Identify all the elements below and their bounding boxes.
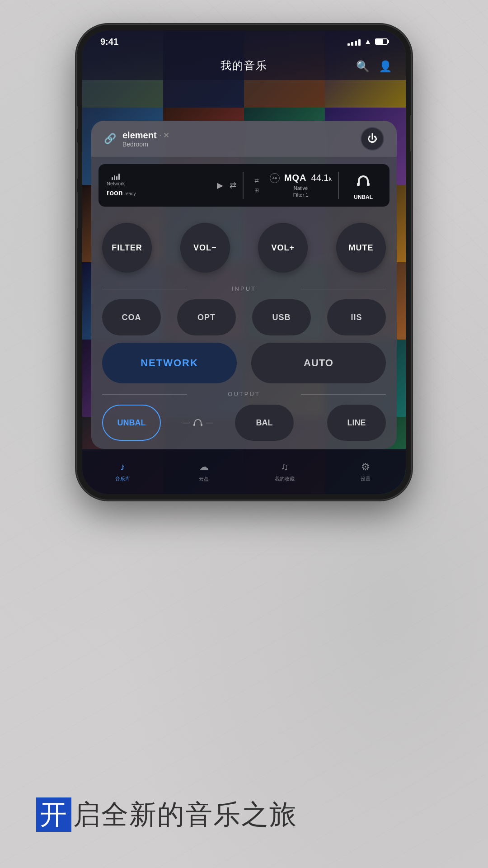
phone-screen: 9:41 ▲ 我的音乐 🔍	[82, 30, 406, 494]
dash-right: —	[206, 419, 213, 427]
app-title: 我的音乐	[221, 58, 267, 73]
favorites-label: 我的收藏	[275, 476, 295, 482]
status-icons: ▲	[347, 38, 388, 46]
favorites-icon: ♫	[281, 461, 288, 473]
settings-icon: ⚙	[361, 461, 370, 473]
shuffle-icon[interactable]: ⇄	[230, 180, 236, 190]
wide-input-row: NETWORK AUTO	[102, 343, 386, 383]
volume-down-button[interactable]: VOL−	[180, 223, 230, 273]
mute-side-button	[77, 106, 78, 129]
main-control-buttons: FILTER VOL− VOL+ MUTE	[102, 223, 386, 273]
bottom-navigation: ♪ 音乐库 ☁ 云盘 ♫ 我的收藏 ⚙ 设置	[82, 449, 406, 494]
power-icon: ⏻	[367, 133, 377, 145]
auto-button[interactable]: AUTO	[251, 343, 386, 383]
nav-item-library[interactable]: ♪ 音乐库	[82, 461, 163, 482]
output-buttons-row: UNBAL — — BAL	[102, 405, 386, 441]
input-buttons-row: COA OPT USB IIS	[102, 299, 386, 335]
play-icon[interactable]: ▶	[217, 180, 223, 190]
volume-down-side-button	[77, 192, 78, 228]
library-icon: ♪	[120, 461, 125, 473]
usb-button[interactable]: USB	[252, 299, 311, 335]
svg-rect-2	[193, 424, 195, 426]
network-button[interactable]: NETWORK	[102, 343, 237, 383]
settings-label: 设置	[361, 476, 371, 482]
source-label: Network	[107, 174, 211, 186]
promo-text: 开启全新的音乐之旅	[36, 797, 452, 832]
library-label: 音乐库	[115, 476, 130, 482]
power-side-button	[410, 115, 411, 151]
filter-button[interactable]: FILTER	[102, 223, 152, 273]
source-logo: Network	[107, 174, 125, 186]
nav-item-settings[interactable]: ⚙ 设置	[325, 461, 406, 482]
header-icons: 🔍 👤	[356, 60, 392, 73]
line-button[interactable]: LINE	[327, 405, 386, 441]
now-playing-bar: Network roon ready ▶ ⇄	[99, 164, 389, 207]
headphone-output-button[interactable]: — —	[173, 409, 223, 436]
svg-rect-1	[367, 183, 370, 186]
svg-rect-3	[201, 424, 202, 426]
nav-item-cloud[interactable]: ☁ 云盘	[163, 461, 244, 482]
mqa-badge: AA	[270, 173, 280, 183]
divider-right	[338, 172, 339, 199]
opt-button[interactable]: OPT	[177, 299, 236, 335]
device-name: element · ✕	[122, 130, 169, 141]
input-section-label: INPUT	[102, 285, 386, 292]
control-panel: 🔗 element · ✕ Bedroom ⏻	[91, 121, 397, 449]
sample-rate: 44.1k	[311, 173, 332, 183]
link-icon: 🔗	[104, 133, 116, 145]
search-icon[interactable]: 🔍	[356, 60, 370, 73]
user-icon[interactable]: 👤	[379, 60, 392, 73]
roon-logo-area: roon ready	[107, 189, 211, 197]
source-network-label: Network	[107, 181, 125, 186]
device-location: Bedroom	[122, 141, 169, 148]
output-section-label: OUTPUT	[102, 391, 386, 397]
status-bar: 9:41 ▲	[82, 30, 406, 53]
unbal-button[interactable]: UNBAL	[102, 405, 161, 441]
unbal-label: UNBAL	[354, 194, 373, 200]
phone-body: 9:41 ▲ 我的音乐 🔍	[77, 25, 411, 500]
format-row: AA MQA 44.1k	[270, 173, 332, 183]
coa-button[interactable]: COA	[102, 299, 161, 335]
promo-text-area: 开启全新的音乐之旅	[0, 797, 488, 832]
signal-icon	[347, 38, 361, 46]
grid-icon: ⊞	[254, 187, 259, 193]
usb-icon: ⇄	[254, 177, 259, 184]
battery-icon	[375, 38, 388, 45]
roon-ready-label: ready	[125, 191, 136, 196]
svg-rect-0	[357, 183, 360, 186]
cloud-icon: ☁	[199, 461, 209, 473]
volume-up-button[interactable]: VOL+	[258, 223, 308, 273]
mute-button[interactable]: MUTE	[336, 223, 386, 273]
volume-up-side-button	[77, 142, 78, 179]
controls-area: FILTER VOL− VOL+ MUTE INPUT	[91, 214, 397, 449]
device-name-suffix: · ✕	[160, 131, 169, 140]
output-display: UNBAL	[345, 170, 381, 200]
format-display: AA MQA 44.1k NativeFilter 1	[270, 173, 332, 198]
power-button[interactable]: ⏻	[361, 127, 384, 151]
nav-item-favorites[interactable]: ♫ 我的收藏	[244, 461, 325, 482]
bal-button[interactable]: BAL	[235, 405, 294, 441]
filter-label: NativeFilter 1	[293, 185, 309, 198]
cloud-label: 云盘	[199, 476, 209, 482]
format-label: MQA	[284, 173, 307, 183]
phone-frame: 9:41 ▲ 我的音乐 🔍	[77, 25, 411, 500]
format-area: ⇄ ⊞	[250, 177, 263, 193]
iis-button[interactable]: IIS	[327, 299, 386, 335]
input-icons: ⇄ ⊞	[254, 177, 259, 193]
wifi-icon: ▲	[364, 38, 371, 46]
source-info: Network roon ready	[107, 174, 211, 197]
device-info: 🔗 element · ✕ Bedroom	[104, 130, 169, 148]
roon-logo: roon	[107, 189, 123, 197]
dash-left: —	[183, 419, 190, 427]
headphone-small-icon	[192, 418, 203, 427]
headphone-icon	[352, 170, 374, 192]
highlight-character: 开	[36, 797, 71, 832]
divider	[243, 172, 244, 199]
playback-controls[interactable]: ▶ ⇄	[217, 180, 236, 190]
panel-header: 🔗 element · ✕ Bedroom ⏻	[91, 121, 397, 157]
status-time: 9:41	[100, 37, 118, 47]
device-name-area: element · ✕ Bedroom	[122, 130, 169, 148]
promo-rest: 启全新的音乐之旅	[73, 799, 297, 830]
